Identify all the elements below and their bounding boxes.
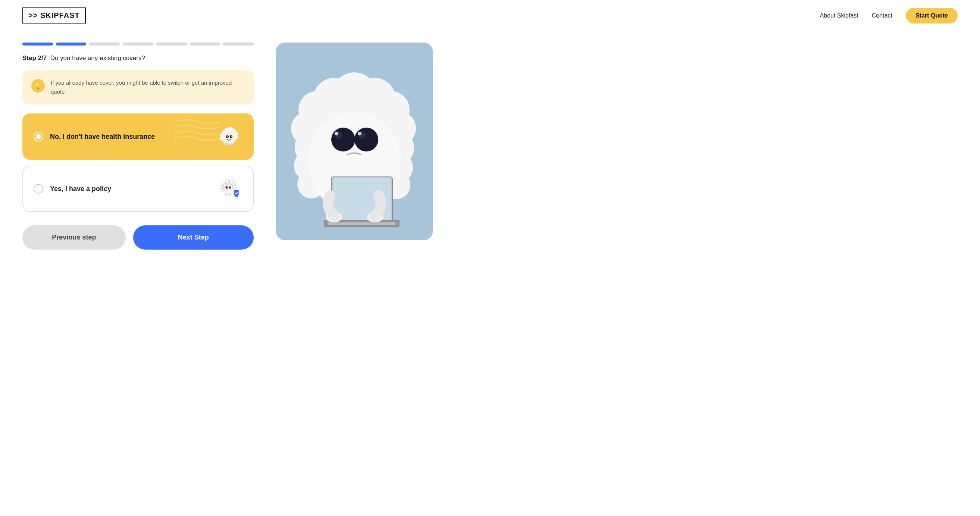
option-left-no-insurance: No, I don't have health insurance — [33, 132, 155, 142]
svg-point-26 — [225, 194, 228, 196]
radio-yes-policy — [33, 184, 43, 194]
svg-point-22 — [226, 186, 228, 188]
next-step-button[interactable]: Next Step — [133, 225, 254, 250]
happy-character-icon — [216, 123, 242, 150]
svg-rect-53 — [328, 222, 395, 225]
radio-inner — [36, 134, 41, 139]
step-number: Step 2/7 — [22, 54, 47, 62]
svg-point-8 — [234, 135, 239, 139]
progress-step-1 — [22, 43, 53, 46]
step-label: Step 2/7 Do you have any existing covers… — [22, 54, 254, 62]
svg-point-48 — [335, 132, 338, 135]
svg-point-12 — [231, 136, 232, 137]
option-no-insurance[interactable]: No, I don't have health insurance — [22, 113, 254, 160]
info-box: 💡 If you already have cover, you might b… — [22, 70, 254, 105]
svg-point-27 — [229, 194, 231, 196]
option-left-yes-policy: Yes, I have a policy — [33, 184, 111, 194]
progress-step-5 — [156, 43, 187, 46]
svg-point-14 — [229, 143, 233, 145]
svg-point-44 — [331, 127, 355, 151]
svg-point-49 — [358, 132, 361, 135]
radio-no-insurance — [33, 132, 43, 142]
step-question: Do you have any existing covers? — [50, 54, 145, 62]
option-label-no-insurance: No, I don't have health insurance — [50, 133, 155, 141]
progress-step-2 — [56, 43, 86, 46]
progress-step-6 — [190, 43, 221, 46]
svg-point-7 — [220, 137, 224, 141]
start-quote-button[interactable]: Start Quote — [906, 8, 958, 24]
progress-step-4 — [123, 43, 153, 46]
navigation: About Skipfast Contact Start Quote — [820, 8, 958, 24]
illustration-card — [276, 43, 433, 240]
progress-step-3 — [89, 43, 120, 46]
option-label-yes-policy: Yes, I have a policy — [50, 185, 111, 193]
progress-bar — [22, 43, 254, 46]
svg-point-24 — [227, 186, 228, 187]
lightbulb-icon: 💡 — [31, 79, 45, 92]
logo: >> SKIPFAST — [22, 8, 86, 24]
svg-point-25 — [230, 186, 231, 187]
svg-point-13 — [225, 143, 229, 145]
hero-illustration — [276, 43, 433, 240]
right-column — [276, 43, 433, 240]
info-text: If you already have cover, you might be … — [51, 78, 245, 96]
option-yes-policy[interactable]: Yes, I have a policy — [22, 166, 254, 212]
svg-point-45 — [355, 127, 378, 151]
nav-buttons: Previous step Next Step — [22, 225, 254, 250]
svg-point-23 — [229, 186, 231, 188]
header: >> SKIPFAST About Skipfast Contact Start… — [0, 0, 980, 31]
nav-about[interactable]: About Skipfast — [820, 12, 858, 19]
previous-step-button[interactable]: Previous step — [22, 225, 126, 250]
left-column: Step 2/7 Do you have any existing covers… — [22, 43, 254, 250]
progress-step-7 — [223, 43, 254, 46]
svg-point-11 — [227, 136, 228, 137]
main-content: Step 2/7 Do you have any existing covers… — [0, 31, 980, 264]
shield-character-icon — [216, 175, 242, 202]
nav-contact[interactable]: Contact — [872, 12, 892, 19]
